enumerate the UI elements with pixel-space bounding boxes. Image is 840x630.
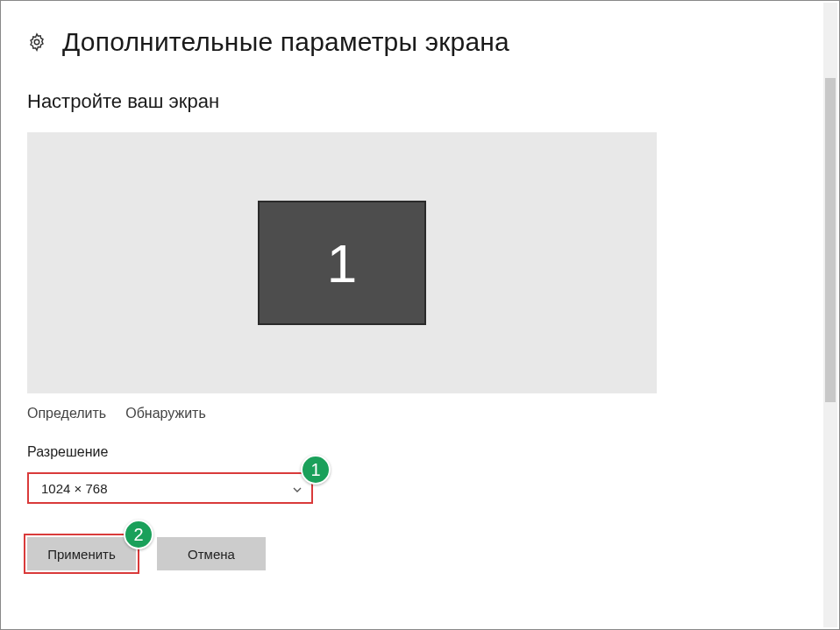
scrollbar-thumb[interactable] <box>825 78 836 402</box>
customize-display-heading: Настройте ваш экран <box>27 90 813 113</box>
vertical-scrollbar[interactable] <box>823 3 837 627</box>
resolution-label: Разрешение <box>27 444 813 460</box>
display-actions: Определить Обнаружить <box>27 406 813 421</box>
annotation-callout-1: 1 <box>301 455 331 485</box>
svg-point-0 <box>34 39 39 45</box>
gear-icon <box>27 32 46 52</box>
display-arrangement-area[interactable]: 1 <box>27 132 657 393</box>
action-buttons: Применить 2 Отмена <box>27 537 813 570</box>
chevron-down-icon <box>292 483 303 493</box>
monitor-number: 1 <box>327 232 357 294</box>
annotation-callout-2: 2 <box>124 520 153 549</box>
resolution-field-wrap: 1024 × 768 1 <box>27 472 313 504</box>
apply-button[interactable]: Применить <box>27 537 136 570</box>
page-header: Дополнительные параметры экрана <box>27 27 813 57</box>
page-title: Дополнительные параметры экрана <box>62 27 509 57</box>
identify-link[interactable]: Определить <box>27 406 106 421</box>
settings-page: Дополнительные параметры экрана Настройт… <box>1 1 839 629</box>
apply-button-wrap: Применить 2 <box>27 537 136 570</box>
resolution-value: 1024 × 768 <box>41 481 108 496</box>
detect-link[interactable]: Обнаружить <box>125 406 206 421</box>
cancel-button[interactable]: Отмена <box>157 537 266 570</box>
monitor-1[interactable]: 1 <box>258 201 426 325</box>
resolution-select[interactable]: 1024 × 768 <box>27 472 313 504</box>
